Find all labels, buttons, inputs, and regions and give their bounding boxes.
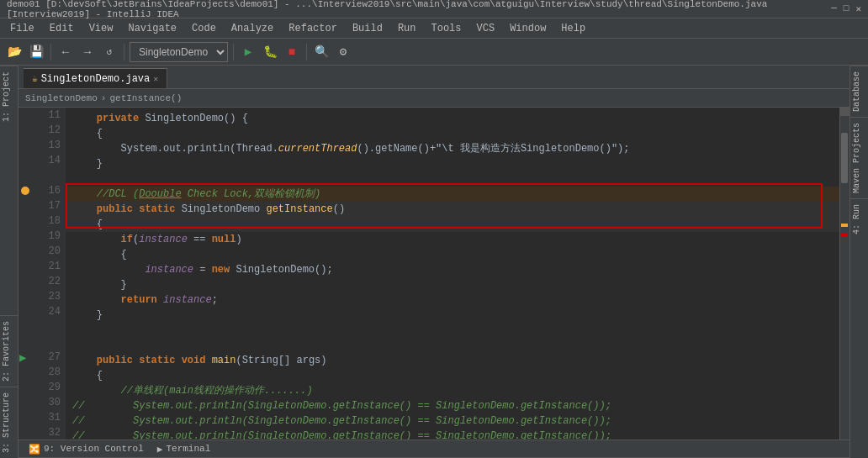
far-right-tab-run[interactable]: 4: Run	[850, 198, 868, 240]
code-line-32: // System.out.println(SingletonDemo.getI…	[66, 429, 839, 440]
code-line-13: System.out.println(Thread.currentThread(…	[66, 141, 839, 156]
title-bar: demo01 [D:\devSoft\JetBrains\IdeaProject…	[0, 0, 868, 18]
menu-edit[interactable]: Edit	[43, 21, 81, 36]
breadcrumb-method[interactable]: getInstance()	[109, 93, 182, 103]
toolbar-forward-btn[interactable]: →	[78, 43, 97, 61]
tab-label: SingletonDemo.java	[41, 73, 151, 85]
code-line-14: }	[66, 156, 839, 171]
code-line-29: //单线程(main线程的操作动作.......)	[66, 383, 839, 398]
breadcrumb: SingletonDemo › getInstance()	[19, 89, 849, 108]
tab-close-btn[interactable]: ✕	[153, 74, 158, 84]
code-line-17: public static SingletonDemo getInstance(…	[66, 202, 839, 217]
code-line-26	[66, 338, 839, 353]
minimize-btn[interactable]: ─	[831, 3, 837, 14]
tab-icon: ☕	[32, 73, 38, 84]
scrollbar-thumb[interactable]	[841, 133, 848, 183]
toolbar-back-btn[interactable]: ←	[56, 43, 75, 61]
menu-navigate[interactable]: Navigate	[121, 21, 183, 36]
version-control-icon: 🔀	[29, 444, 40, 455]
toolbar-sep2	[124, 44, 124, 61]
scrollbar-error-marker	[841, 234, 848, 237]
breadcrumb-sep: ›	[101, 93, 107, 103]
code-line-22: }	[66, 277, 839, 292]
code-line-11: private SingletonDemo() {	[66, 111, 839, 126]
toolbar-settings-btn[interactable]: ⚙	[334, 43, 352, 61]
code-line-30: // System.out.println(SingletonDemo.getI…	[66, 398, 839, 413]
menu-file[interactable]: File	[3, 21, 41, 36]
code-line-23: return instance;	[66, 292, 839, 308]
left-sidebar: 1: Project 2: Favorites 3: Structure	[0, 66, 19, 458]
code-line-28: {	[66, 368, 839, 383]
toolbar-stop-btn[interactable]: ■	[283, 43, 301, 61]
far-right-tab-maven[interactable]: Maven Projects	[850, 117, 868, 198]
tab-bar: ☕ SingletonDemo.java ✕	[19, 66, 849, 89]
code-line-21: instance = new SingletonDemo();	[66, 262, 839, 277]
code-line-24: }	[66, 308, 839, 323]
sidebar-tab-structure[interactable]: 3: Structure	[0, 387, 18, 458]
code-line-19: if(instance == null)	[66, 232, 839, 247]
code-line-31: // System.out.println(SingletonDemo.getI…	[66, 413, 839, 429]
breadcrumb-class[interactable]: SingletonDemo	[25, 93, 98, 103]
toolbar-sep3	[233, 44, 234, 61]
title-text: demo01 [D:\devSoft\JetBrains\IdeaProject…	[7, 0, 831, 19]
editor-main: 11 12 13 14 16 17 18 19 20 21 22 23 24 ▶…	[19, 108, 849, 440]
menu-view[interactable]: View	[82, 21, 120, 36]
sidebar-tab-favorites[interactable]: 2: Favorites	[0, 315, 18, 387]
menu-tools[interactable]: Tools	[425, 21, 468, 36]
run-config-dropdown[interactable]: SingletonDemo	[130, 42, 228, 62]
menu-refactor[interactable]: Refactor	[282, 21, 344, 36]
toolbar-search-btn[interactable]: 🔍	[312, 43, 331, 61]
terminal-label: Terminal	[166, 444, 210, 454]
menu-code[interactable]: Code	[185, 21, 223, 36]
sidebar-tab-project[interactable]: 1: Project	[0, 66, 18, 127]
toolbar-debug-btn[interactable]: 🐛	[261, 43, 279, 61]
close-btn[interactable]: ✕	[855, 3, 861, 14]
tab-singletondemojava[interactable]: ☕ SingletonDemo.java ✕	[24, 68, 167, 88]
bottom-tabs: 🔀 9: Version Control ▶ Terminal	[19, 440, 849, 458]
vertical-scrollbar[interactable]	[839, 108, 849, 440]
toolbar-sep4	[306, 44, 307, 61]
menu-analyze[interactable]: Analyze	[225, 21, 280, 36]
far-right-tab-database[interactable]: Database	[850, 66, 868, 117]
toolbar-run-btn[interactable]: ▶	[239, 43, 257, 61]
tab-version-control[interactable]: 🔀 9: Version Control	[22, 442, 151, 456]
toolbar-open-btn[interactable]: 📂	[5, 43, 24, 61]
code-line-25	[66, 323, 839, 338]
menu-build[interactable]: Build	[346, 21, 389, 36]
toolbar-undo-btn[interactable]: ↺	[100, 43, 119, 61]
tab-terminal[interactable]: ▶ Terminal	[151, 442, 217, 456]
code-area: private SingletonDemo() { { System.out.p…	[66, 108, 839, 440]
editor-wrapper: ☕ SingletonDemo.java ✕ SingletonDemo › g…	[19, 66, 849, 458]
code-line-20: {	[66, 247, 839, 262]
version-control-label: 9: Version Control	[44, 444, 144, 454]
code-line-16: //DCL (Doouble Check Lock,双端检锁机制)	[66, 187, 839, 202]
code-line-18: {	[66, 217, 839, 232]
code-line-27: public static void main(String[] args)	[66, 353, 839, 368]
menu-window[interactable]: Window	[503, 21, 553, 36]
menu-help[interactable]: Help	[554, 21, 592, 36]
maximize-btn[interactable]: □	[844, 3, 849, 14]
menu-vcs[interactable]: VCS	[470, 21, 502, 36]
toolbar: 📂 💾 ← → ↺ SingletonDemo ▶ 🐛 ■ 🔍 ⚙	[0, 39, 868, 66]
code-line-12: {	[66, 126, 839, 141]
menu-run[interactable]: Run	[391, 21, 423, 36]
menu-bar: File Edit View Navigate Code Analyze Ref…	[0, 18, 868, 39]
toolbar-save-btn[interactable]: 💾	[27, 43, 45, 61]
toolbar-sep1	[50, 44, 51, 61]
scrollbar-warning-marker	[841, 224, 848, 227]
terminal-icon: ▶	[157, 444, 163, 455]
code-line-15	[66, 171, 839, 187]
far-right-panel: Database Maven Projects 4: Run	[849, 66, 868, 458]
